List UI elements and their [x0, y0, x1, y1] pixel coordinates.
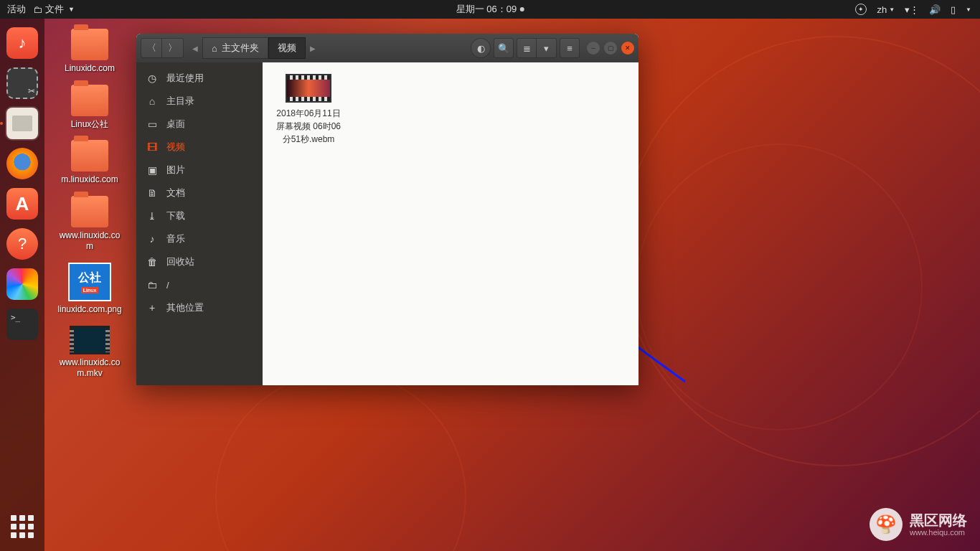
action-button[interactable]: ◐: [471, 38, 491, 58]
trash-icon: 🗑: [146, 256, 158, 268]
terminal-icon: >_: [6, 309, 38, 340]
downloads-icon: ⤓: [146, 210, 158, 222]
sidebar-item-history[interactable]: ◷最近使用: [136, 67, 263, 90]
dock-files[interactable]: [5, 106, 39, 141]
desktop-image-file[interactable]: 公社Linuxlinuxidc.com.png: [57, 263, 122, 316]
file-name: 2018年06月11日 屏幕视频 06时06分51秒.webm: [274, 107, 343, 146]
battery-icon[interactable]: ▯: [951, 4, 956, 15]
desktop-icon: ▭: [146, 118, 158, 130]
nav-forward-button[interactable]: 〉: [162, 38, 184, 58]
software-icon: A: [6, 188, 38, 220]
network-icon[interactable]: ▾⋮: [905, 4, 919, 15]
a11y-icon[interactable]: ✦: [855, 4, 867, 15]
path-home[interactable]: ⌂主文件夹: [202, 37, 268, 59]
view-options-button[interactable]: ▾: [537, 38, 557, 58]
firefox-icon: [6, 148, 38, 179]
sidebar-item-downloads[interactable]: ⤓下载: [136, 204, 263, 227]
close-icon: ✕: [625, 44, 631, 52]
desktop-video-file[interactable]: www.linuxidc.com.mkv: [57, 326, 122, 380]
video-file-icon: [70, 326, 110, 354]
input-method[interactable]: zh▼: [877, 4, 895, 15]
hamburger-menu[interactable]: ≡: [560, 38, 580, 58]
maximize-button[interactable]: ▢: [604, 42, 617, 55]
files-content[interactable]: 2018年06月11日 屏幕视频 06时06分51秒.webm: [263, 62, 639, 385]
path-current[interactable]: 视频: [268, 37, 306, 59]
activities-button[interactable]: 活动: [7, 3, 26, 16]
maximize-icon: ▢: [608, 44, 614, 52]
sidebar-item-documents[interactable]: 🗎文档: [136, 182, 263, 204]
documents-icon: 🗎: [146, 187, 158, 199]
sidebar-item-label: 视频: [166, 141, 185, 154]
clock[interactable]: 星期一 06：09: [456, 3, 524, 16]
chevron-left-icon: 〈: [147, 42, 156, 55]
dock-software[interactable]: A: [5, 187, 39, 221]
system-menu-chevron-icon[interactable]: ▼: [966, 6, 971, 13]
dock-music[interactable]: ♪: [5, 26, 39, 60]
sidebar-item-label: 回收站: [166, 255, 194, 268]
search-button[interactable]: 🔍: [494, 38, 514, 58]
folder-icon: [71, 196, 108, 227]
sidebar-item-home[interactable]: ⌂主目录: [136, 90, 263, 113]
sidebar-item-other[interactable]: +其他位置: [136, 296, 263, 319]
root-icon: 🗀: [146, 279, 158, 291]
file-item[interactable]: 2018年06月11日 屏幕视频 06时06分51秒.webm: [274, 74, 343, 146]
circle-icon: ◐: [477, 43, 485, 54]
sidebar-item-video[interactable]: 🎞视频: [136, 136, 263, 159]
other-icon: +: [146, 302, 158, 314]
sidebar-item-label: 桌面: [166, 118, 185, 131]
desktop-folder[interactable]: Linuxidc.com: [57, 29, 122, 75]
home-icon: ⌂: [146, 95, 158, 107]
minimize-button[interactable]: –: [587, 42, 600, 55]
video-thumbnail-icon: [286, 74, 331, 103]
folder-icon: 🗀: [33, 4, 42, 15]
sidebar-item-music[interactable]: ♪音乐: [136, 227, 263, 250]
dock-rainbow-app[interactable]: [5, 267, 39, 301]
desktop-folder[interactable]: Linux公社: [57, 85, 122, 131]
show-applications[interactable]: [8, 512, 37, 541]
chevron-right-icon: 〉: [168, 42, 177, 55]
view-list-button[interactable]: ≣: [517, 38, 537, 58]
window-titlebar[interactable]: 〈 〉 ◀ ⌂主文件夹 视频 ▶ ◐ 🔍 ≣ ▾ ≡ – ▢ ✕: [136, 34, 639, 62]
dock-help[interactable]: ?: [5, 227, 39, 261]
sidebar-item-desktop[interactable]: ▭桌面: [136, 113, 263, 136]
watermark-icon: 🍄: [870, 508, 903, 541]
image-file-icon: 公社Linux: [68, 263, 111, 301]
sidebar-item-root[interactable]: 🗀/: [136, 273, 263, 296]
sidebar-item-pictures[interactable]: ▣图片: [136, 159, 263, 182]
sidebar-item-label: 文档: [166, 187, 185, 199]
sidebar-item-trash[interactable]: 🗑回收站: [136, 250, 263, 273]
menu-icon: ≡: [567, 43, 573, 54]
desktop-icons: Linuxidc.com Linux公社 m.linuxidc.com www.…: [57, 29, 122, 380]
nav-back-button[interactable]: 〈: [141, 38, 162, 58]
folder-icon: [71, 140, 108, 171]
screenshot-icon: [6, 67, 38, 99]
music-icon: ♪: [146, 233, 158, 245]
files-sidebar: ◷最近使用⌂主目录▭桌面🎞视频▣图片🗎文档⤓下载♪音乐🗑回收站🗀/+其他位置: [136, 62, 263, 385]
top-panel: 活动 🗀 文件 ▼ 星期一 06：09 ✦ zh▼ ▾⋮ 🔊 ▯ ▼: [0, 0, 980, 19]
sidebar-item-label: 最近使用: [166, 72, 204, 85]
sidebar-item-label: 图片: [166, 164, 185, 176]
desktop-folder[interactable]: m.linuxidc.com: [57, 140, 122, 186]
notification-dot-icon: [519, 7, 524, 11]
minimize-icon: –: [591, 44, 595, 52]
volume-icon[interactable]: 🔊: [929, 4, 941, 15]
home-icon: ⌂: [212, 43, 217, 54]
files-icon: [6, 108, 38, 139]
chevron-down-icon: ▼: [68, 6, 75, 13]
app-menu[interactable]: 🗀 文件 ▼: [33, 3, 75, 16]
list-icon: ≣: [523, 43, 531, 54]
chevron-down-icon: ▾: [544, 43, 549, 54]
dock-terminal[interactable]: >_: [5, 307, 39, 342]
search-icon: 🔍: [498, 43, 509, 54]
help-icon: ?: [6, 228, 38, 260]
history-icon: ◷: [146, 72, 158, 84]
launcher-dock: ♪ A ? >_: [0, 19, 44, 551]
close-button[interactable]: ✕: [621, 42, 634, 55]
folder-icon: [71, 29, 108, 60]
dock-firefox[interactable]: [5, 146, 39, 181]
watermark: 🍄 黑区网络www.heiqu.com: [870, 508, 967, 541]
sidebar-item-label: 音乐: [166, 232, 185, 245]
files-window: 〈 〉 ◀ ⌂主文件夹 视频 ▶ ◐ 🔍 ≣ ▾ ≡ – ▢ ✕ ◷最近使用⌂主…: [136, 34, 639, 385]
dock-screenshot[interactable]: [5, 66, 39, 100]
desktop-folder[interactable]: www.linuxidc.com: [57, 196, 122, 253]
